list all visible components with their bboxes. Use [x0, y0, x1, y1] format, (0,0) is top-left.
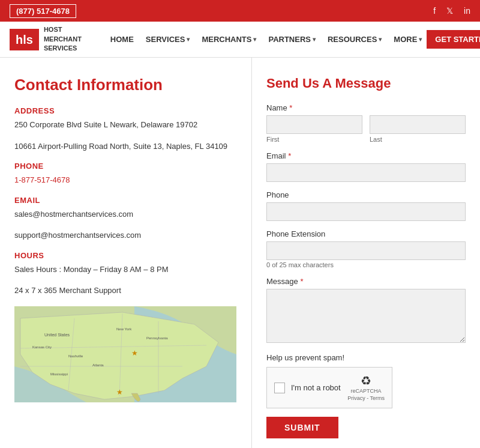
nav-more[interactable]: MORE▾	[389, 32, 427, 46]
logo-icon: hls	[10, 29, 39, 50]
nav-merchants[interactable]: MERCHANTS▾	[197, 32, 261, 46]
svg-text:Nashville: Nashville	[68, 354, 83, 358]
email-input[interactable]	[266, 163, 466, 182]
phone-group: Phone	[266, 190, 466, 221]
required-star: *	[300, 277, 303, 286]
submit-button[interactable]: SUBMIT	[266, 417, 338, 438]
spam-section: Help us prevent spam! I'm not a robot ♻ …	[266, 353, 466, 408]
get-started-button[interactable]: GET STARTED	[427, 30, 480, 49]
svg-text:★: ★	[131, 349, 138, 357]
spam-label: Help us prevent spam!	[266, 353, 466, 362]
top-bar: (877) 517-4678 f 𝕏 in	[0, 0, 480, 22]
nav-home[interactable]: HOME	[106, 32, 139, 46]
contact-info-title: Contact Information	[14, 76, 237, 94]
chevron-down-icon: ▾	[313, 36, 316, 43]
svg-text:Pennsylvania: Pennsylvania	[146, 336, 168, 340]
phone-button[interactable]: (877) 517-4678	[10, 4, 76, 18]
required-star: *	[288, 151, 291, 160]
name-row: First Last	[266, 115, 466, 143]
hours-line1: Sales Hours : Monday – Friday 8 AM – 8 P…	[14, 264, 237, 276]
email-label: EMAIL	[14, 196, 237, 205]
hours-line2: 24 x 7 x 365 Merchant Support	[14, 285, 237, 297]
phone-ext-input[interactable]	[266, 241, 466, 260]
message-textarea[interactable]	[266, 289, 466, 343]
address-line2: 10661 Airport-Pulling Road North, Suite …	[14, 141, 237, 153]
contact-info-panel: Contact Information ADDRESS 250 Corporat…	[0, 58, 252, 448]
last-name-col: Last	[370, 115, 466, 143]
linkedin-icon[interactable]: in	[464, 6, 470, 16]
address-line1: 250 Corporate Blvd Suite L Newark, Delaw…	[14, 119, 237, 131]
first-name-col: First	[266, 115, 362, 143]
recaptcha-text: I'm not a robot	[291, 383, 341, 392]
phone-number: 1-877-517-4678	[14, 174, 237, 186]
name-group: Name * First Last	[266, 103, 466, 143]
svg-text:Mississippi: Mississippi	[50, 372, 68, 376]
recaptcha-box[interactable]: I'm not a robot ♻ reCAPTCHA Privacy - Te…	[266, 367, 392, 408]
recaptcha-logo-icon: ♻	[361, 374, 371, 388]
chevron-down-icon: ▾	[187, 36, 190, 43]
phone-input[interactable]	[266, 202, 466, 221]
nav-partners[interactable]: PARTNERS▾	[263, 32, 320, 46]
chevron-down-icon: ▾	[253, 36, 256, 43]
first-name-input[interactable]	[266, 115, 362, 134]
nav-services[interactable]: SERVICES▾	[141, 32, 195, 46]
navbar: hls HOST MERCHANT SERVICES HOME SERVICES…	[0, 22, 480, 58]
name-label: Name *	[266, 103, 466, 112]
recaptcha-checkbox[interactable]	[274, 383, 285, 393]
form-title: Send Us A Message	[266, 76, 466, 91]
svg-text:United States: United States	[44, 333, 70, 337]
social-icons: f 𝕏 in	[433, 6, 470, 16]
nav-resources[interactable]: RESOURCES▾	[323, 32, 386, 46]
last-label: Last	[370, 136, 466, 143]
char-count: 0 of 25 max characters	[266, 261, 466, 268]
main-content: Contact Information ADDRESS 250 Corporat…	[0, 58, 480, 448]
email1: sales@hostmerchantservices.com	[14, 208, 237, 220]
recaptcha-links: Privacy - Terms	[347, 395, 385, 402]
message-group: Message *	[266, 277, 466, 345]
recaptcha-left: I'm not a robot	[274, 383, 341, 393]
hours-label: HOURS	[14, 251, 237, 260]
phone-label: PHONE	[14, 162, 237, 171]
chevron-down-icon: ▾	[419, 36, 422, 43]
last-name-input[interactable]	[370, 115, 466, 134]
contact-form-panel: Send Us A Message Name * First Last Emai…	[252, 58, 480, 448]
email-field-label: Email *	[266, 151, 466, 160]
phone-link[interactable]: 1-877-517-4678	[14, 175, 70, 184]
svg-text:Atlanta: Atlanta	[92, 363, 104, 367]
svg-text:★: ★	[116, 388, 123, 396]
phone-ext-group: Phone Extension 0 of 25 max characters	[266, 229, 466, 268]
svg-text:Kansas City: Kansas City	[32, 345, 52, 349]
required-star: *	[289, 103, 292, 112]
message-label: Message *	[266, 277, 466, 286]
address-label: ADDRESS	[14, 106, 237, 115]
phone-field-label: Phone	[266, 190, 466, 199]
phone-ext-label: Phone Extension	[266, 229, 466, 238]
nav-links: HOME SERVICES▾ MERCHANTS▾ PARTNERS▾ RESO…	[106, 32, 427, 46]
chevron-down-icon: ▾	[379, 36, 382, 43]
svg-text:New York: New York	[116, 327, 132, 331]
recaptcha-brand: reCAPTCHA	[351, 388, 382, 395]
map: United States Nashville Atlanta Kansas C…	[14, 306, 236, 402]
logo[interactable]: hls HOST MERCHANT SERVICES	[10, 25, 82, 53]
facebook-icon[interactable]: f	[433, 6, 436, 16]
twitter-icon[interactable]: 𝕏	[446, 6, 453, 16]
first-label: First	[266, 136, 362, 143]
email-group: Email *	[266, 151, 466, 182]
email2: support@hostmerchantservices.com	[14, 229, 237, 241]
logo-text: HOST MERCHANT SERVICES	[44, 25, 82, 53]
recaptcha-right: ♻ reCAPTCHA Privacy - Terms	[347, 374, 385, 402]
